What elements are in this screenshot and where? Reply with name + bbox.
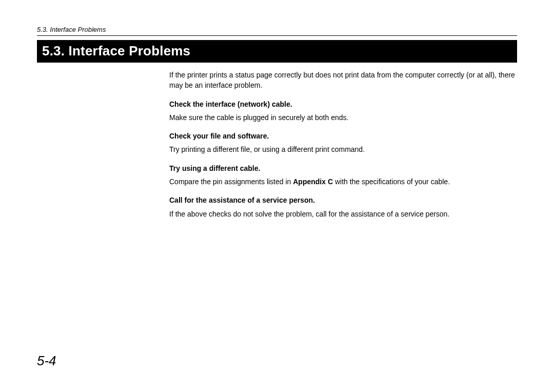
subheading: Check your file and software. (169, 131, 517, 141)
body-text: Compare the pin assignments listed in Ap… (169, 177, 517, 187)
subheading: Call for the assistance of a service per… (169, 195, 517, 205)
header-rule (37, 35, 517, 36)
running-header: 5.3. Interface Problems (37, 26, 517, 33)
body-text: Try printing a different file, or using … (169, 144, 517, 154)
subheading: Check the interface (network) cable. (169, 99, 517, 109)
document-page: 5.3. Interface Problems 5.3. Interface P… (0, 0, 554, 219)
body-text: If the above checks do not solve the pro… (169, 209, 517, 219)
page-number: 5-4 (37, 353, 56, 369)
appendix-reference: Appendix C (293, 178, 333, 186)
text-after: with the specifications of your cable. (333, 178, 450, 186)
intro-paragraph: If the printer prints a status page corr… (169, 70, 517, 91)
text-before: Compare the pin assignments listed in (169, 178, 293, 186)
body-text: Make sure the cable is plugged in secure… (169, 112, 517, 123)
section-title-bar: 5.3. Interface Problems (37, 40, 517, 63)
section-body: If the printer prints a status page corr… (169, 70, 517, 219)
subheading: Try using a different cable. (169, 163, 517, 173)
